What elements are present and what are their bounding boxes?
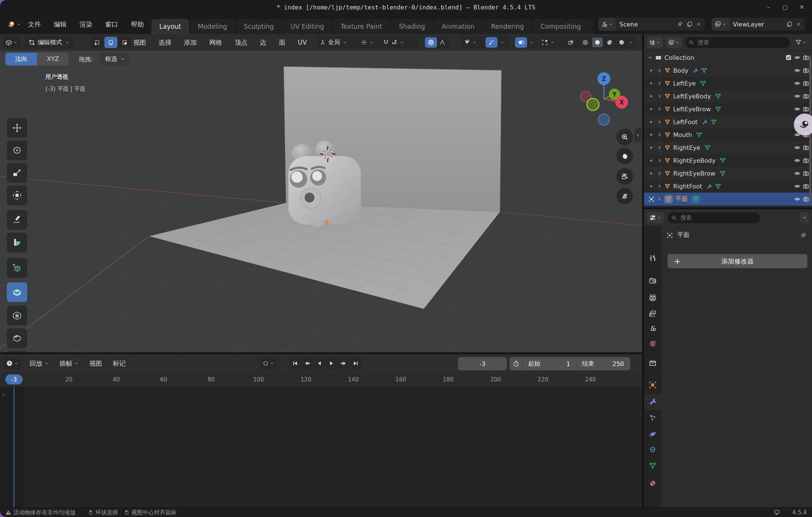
pivot-point-dropdown[interactable] — [358, 36, 380, 48]
outliner-item[interactable]: LeftEyeBrow — [644, 103, 812, 115]
show-overlays-toggle[interactable] — [515, 37, 527, 48]
play-reverse-button[interactable] — [314, 357, 325, 369]
tool-annotate[interactable] — [7, 210, 27, 230]
expand-chevron-icon[interactable] — [657, 197, 662, 201]
viewport-menu-顶点[interactable]: 顶点 — [235, 38, 247, 47]
face-select-mode[interactable] — [118, 37, 131, 48]
properties-editor-dropdown[interactable] — [647, 212, 664, 223]
channel-expand-arrow[interactable]: › — [2, 391, 5, 398]
properties-tab-render[interactable] — [644, 274, 661, 290]
outliner-search-input[interactable] — [697, 39, 786, 46]
hide-eye-icon[interactable] — [794, 93, 800, 99]
tool-bevel[interactable] — [7, 329, 27, 348]
remove-viewlayer-icon[interactable] — [796, 22, 801, 27]
properties-tab-material[interactable] — [644, 476, 661, 492]
properties-search[interactable] — [667, 212, 760, 223]
hide-eye-icon[interactable] — [794, 80, 800, 86]
jump-to-start-button[interactable] — [289, 357, 301, 369]
expand-chevron-icon[interactable] — [657, 107, 662, 111]
collection-name[interactable]: Collection — [664, 54, 694, 61]
auto-keying-group[interactable] — [260, 357, 277, 369]
object-name[interactable]: LeftEyeBrow — [673, 106, 711, 113]
blender-menu-button[interactable] — [5, 17, 23, 31]
pin-icon[interactable] — [677, 21, 683, 27]
playhead-frame-badge[interactable]: -3 — [5, 374, 23, 385]
camera-visibility-icon[interactable] — [803, 93, 809, 99]
expand-chevron-icon[interactable] — [657, 132, 662, 137]
timeline-menu-视图[interactable]: 视图 — [89, 359, 102, 368]
properties-tab-object[interactable] — [644, 378, 661, 394]
tool-scale[interactable] — [7, 163, 27, 183]
falloff-curve-icon[interactable] — [439, 39, 445, 45]
tool-inset-faces[interactable] — [7, 306, 27, 325]
camera-visibility-icon[interactable] — [803, 196, 809, 202]
expand-chevron-icon[interactable] — [657, 158, 662, 163]
object-name[interactable]: LeftEyeBody — [673, 93, 711, 100]
tool-add-cube[interactable] — [7, 258, 27, 278]
outliner-item[interactable]: RightEye — [644, 141, 812, 154]
menu-窗口[interactable]: 窗口 — [105, 20, 118, 29]
hide-eye-icon[interactable] — [794, 67, 800, 73]
scene-icon[interactable] — [598, 18, 616, 31]
shading-dropdown-icon[interactable] — [628, 40, 633, 45]
tool-measure[interactable] — [7, 233, 27, 252]
region-divider[interactable] — [642, 34, 644, 507]
workspace-tab-Compositing[interactable]: Compositing — [532, 19, 589, 34]
tool-rotate[interactable] — [7, 140, 27, 160]
gizmos-group[interactable] — [484, 36, 510, 48]
filter-dropdown[interactable] — [793, 37, 809, 48]
object-name[interactable]: RightFoot — [673, 183, 702, 190]
shading-wireframe[interactable] — [580, 37, 591, 47]
viewport-menu-UV[interactable]: UV — [298, 39, 307, 46]
camera-view-button[interactable] — [616, 168, 633, 185]
camera-visibility-icon[interactable] — [803, 170, 809, 176]
properties-tab-particles[interactable] — [644, 411, 661, 427]
end-frame-value[interactable]: 250 — [594, 360, 630, 368]
region-divider[interactable] — [0, 352, 642, 354]
hide-eye-icon[interactable] — [794, 106, 800, 112]
hide-eye-icon[interactable] — [794, 55, 800, 61]
pan-hand-button[interactable] — [616, 148, 633, 164]
start-frame-value[interactable]: 1 — [540, 360, 576, 368]
jump-to-end-button[interactable] — [350, 357, 361, 369]
object-name[interactable]: Mouth — [673, 131, 692, 139]
object-name[interactable]: LeftEye — [673, 80, 696, 87]
hide-eye-icon[interactable] — [794, 145, 800, 151]
show-gizmo-toggle[interactable] — [485, 37, 498, 48]
hide-eye-icon[interactable] — [794, 170, 800, 176]
vertex-select-mode[interactable] — [91, 37, 104, 48]
workspace-tab-UV Editing[interactable]: UV Editing — [283, 19, 332, 34]
timeline-menu-标记[interactable]: 标记 — [113, 359, 126, 368]
object-name[interactable]: RightEyeBody — [673, 157, 716, 164]
normal-toggle[interactable]: 法向 — [5, 53, 37, 65]
expand-chevron-icon[interactable] — [657, 120, 662, 124]
expand-chevron-icon[interactable] — [657, 171, 662, 176]
viewport-3d[interactable]: 法向 XYZ 拖拽: 框选 用户透视 (-3) 平面 | 平面 Z — [0, 51, 642, 352]
viewport-menu-边[interactable]: 边 — [260, 38, 266, 47]
object-name[interactable]: 平面 — [675, 195, 688, 203]
viewport-menu-网格[interactable]: 网格 — [209, 38, 222, 47]
next-keyframe-button[interactable] — [338, 357, 349, 369]
proportional-editing-toggle[interactable] — [425, 37, 437, 48]
outliner-item[interactable]: LeftFoot — [644, 115, 812, 128]
shading-rendered[interactable] — [616, 37, 627, 47]
viewport-menu-面[interactable]: 面 — [279, 38, 285, 47]
gizmo-neg-y[interactable] — [587, 98, 599, 111]
timeline-tracks[interactable]: › — [0, 387, 642, 507]
sidebar-collapse-arrow[interactable]: ‹ — [635, 128, 641, 142]
properties-tab-object-data[interactable] — [644, 458, 661, 474]
new-viewlayer-icon[interactable] — [786, 21, 792, 27]
timeline-menu-插帧[interactable]: 插帧 — [59, 359, 79, 368]
expand-chevron-icon[interactable] — [657, 68, 662, 73]
expand-chevron-icon[interactable] — [657, 81, 662, 86]
shading-material[interactable] — [604, 37, 615, 47]
properties-options-dropdown[interactable] — [800, 212, 809, 223]
unlink-icon[interactable] — [696, 22, 701, 27]
camera-visibility-icon[interactable] — [803, 145, 809, 151]
tool-extrude-region[interactable] — [7, 282, 27, 302]
workspace-tab-Texture Paint[interactable]: Texture Paint — [333, 19, 390, 34]
menu-编辑[interactable]: 编辑 — [54, 20, 67, 29]
menu-帮助[interactable]: 帮助 — [131, 20, 144, 29]
camera-visibility-icon[interactable] — [803, 157, 809, 164]
outliner-item[interactable]: LeftEyeBody — [644, 90, 812, 103]
